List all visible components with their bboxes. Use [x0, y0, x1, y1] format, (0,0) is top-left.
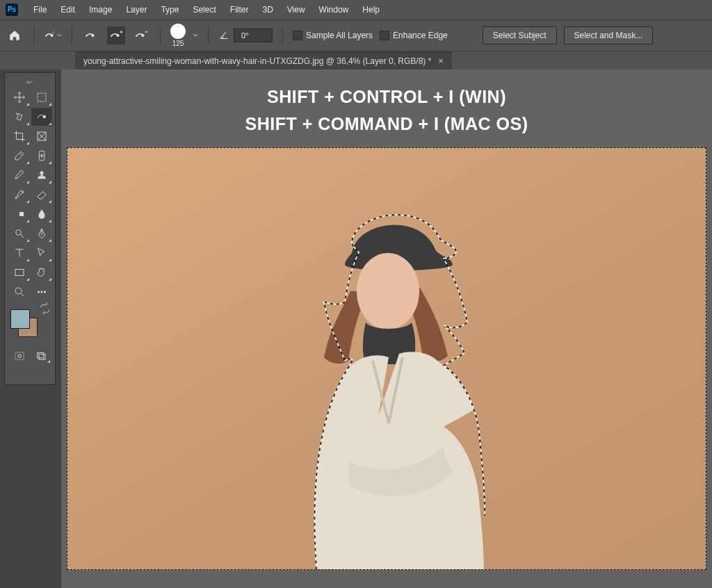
canvas-workspace: SHIFT + CONTROL + I (WIN) SHIFT + COMMAN…: [61, 70, 712, 588]
menu-type[interactable]: Type: [155, 2, 184, 17]
divider: [33, 26, 34, 44]
brush-tool[interactable]: [9, 166, 30, 184]
document-tab-row: young-attractive-smiling-woman-with-wavy…: [0, 51, 712, 70]
menu-filter[interactable]: Filter: [225, 2, 254, 17]
home-button[interactable]: [6, 26, 24, 44]
svg-rect-19: [39, 354, 45, 360]
enhance-edge-checkbox[interactable]: Enhance Edge: [380, 31, 448, 40]
document-tab[interactable]: young-attractive-smiling-woman-with-wavy…: [75, 52, 452, 70]
enhance-edge-label: Enhance Edge: [393, 31, 448, 40]
healing-brush-tool[interactable]: [31, 147, 52, 165]
menu-layer[interactable]: Layer: [120, 2, 152, 17]
brush-size-value: 125: [172, 40, 184, 47]
lasso-tool[interactable]: [9, 108, 30, 126]
canvas-image: [268, 187, 505, 570]
quick-selection-tool[interactable]: [31, 108, 52, 126]
overlay-line-1: SHIFT + CONTROL + I (WIN): [61, 83, 712, 111]
crop-tool[interactable]: [9, 127, 30, 145]
svg-point-2: [116, 34, 119, 37]
checkbox-icon: [293, 31, 302, 40]
close-tab-icon[interactable]: ×: [438, 56, 444, 65]
foreground-color-swatch[interactable]: [10, 309, 30, 329]
main-area: SHIFT + CONTROL + I (WIN) SHIFT + COMMAN…: [0, 70, 712, 588]
shortcut-overlay: SHIFT + CONTROL + I (WIN) SHIFT + COMMAN…: [61, 83, 712, 138]
eraser-tool[interactable]: [31, 186, 52, 204]
menu-file[interactable]: File: [28, 2, 52, 17]
dodge-tool[interactable]: [9, 224, 30, 243]
svg-point-12: [15, 288, 22, 294]
svg-rect-18: [37, 353, 43, 359]
menu-view[interactable]: View: [282, 2, 311, 17]
blur-tool[interactable]: [31, 205, 52, 223]
brush-angle-control[interactable]: 0°: [218, 28, 273, 42]
brush-preset-picker[interactable]: 125: [170, 24, 186, 47]
tool-panel: [4, 72, 56, 385]
type-tool[interactable]: [9, 244, 30, 262]
checkbox-icon: [380, 31, 389, 40]
app-logo: Ps: [6, 3, 18, 16]
marquee-tool[interactable]: [31, 88, 52, 106]
sample-all-layers-checkbox[interactable]: Sample All Layers: [293, 31, 373, 40]
svg-point-17: [17, 354, 21, 358]
gradient-tool[interactable]: [9, 205, 30, 223]
angle-icon: [218, 29, 231, 42]
svg-rect-16: [15, 352, 24, 360]
screen-mode-button[interactable]: [31, 348, 51, 364]
menu-window[interactable]: Window: [314, 2, 355, 17]
svg-rect-4: [38, 93, 46, 101]
svg-point-20: [357, 253, 419, 329]
document-canvas[interactable]: [67, 147, 706, 570]
zoom-tool[interactable]: [9, 283, 30, 301]
quick-mask-mode-button[interactable]: [9, 348, 29, 364]
add-to-selection-button[interactable]: [107, 26, 125, 44]
svg-point-5: [43, 115, 46, 118]
brush-preview-icon: [170, 24, 186, 39]
pen-tool[interactable]: [31, 224, 52, 243]
edit-toolbar-button[interactable]: [31, 283, 52, 301]
menu-help[interactable]: Help: [357, 2, 385, 17]
divider: [208, 26, 209, 44]
overlay-line-2: SHIFT + COMMAND + I (MAC OS): [61, 111, 712, 138]
subtract-from-selection-button[interactable]: [132, 26, 150, 44]
new-selection-button[interactable]: [82, 26, 100, 44]
menu-3d[interactable]: 3D: [257, 2, 278, 17]
select-and-mask-button[interactable]: Select and Mask...: [564, 26, 654, 44]
color-swatches[interactable]: [9, 308, 39, 338]
divider: [72, 26, 72, 44]
svg-point-1: [91, 34, 94, 37]
options-bar: 125 0° Sample All Layers Enhance Edge Se…: [0, 19, 712, 51]
brush-angle-value[interactable]: 0°: [234, 28, 273, 42]
divider: [160, 26, 161, 44]
select-subject-button[interactable]: Select Subject: [483, 26, 557, 44]
menu-bar: Ps File Edit Image Layer Type Select Fil…: [0, 0, 712, 19]
chevron-down-icon[interactable]: [193, 33, 198, 38]
rectangle-tool[interactable]: [9, 263, 30, 281]
document-tab-title: young-attractive-smiling-woman-with-wavy…: [83, 56, 431, 66]
clone-stamp-tool[interactable]: [31, 166, 52, 184]
svg-rect-11: [15, 270, 24, 276]
eyedropper-tool[interactable]: [9, 147, 30, 165]
menu-select[interactable]: Select: [187, 2, 221, 17]
history-brush-tool[interactable]: [9, 186, 30, 204]
svg-point-3: [141, 34, 144, 37]
path-selection-tool[interactable]: [31, 244, 52, 262]
menu-edit[interactable]: Edit: [55, 2, 81, 17]
quick-select-tool-indicator[interactable]: [44, 26, 62, 44]
frame-tool[interactable]: [31, 127, 52, 145]
hand-tool[interactable]: [31, 263, 52, 281]
svg-point-14: [41, 291, 42, 293]
svg-point-0: [51, 34, 54, 37]
divider: [282, 26, 283, 44]
svg-point-10: [16, 230, 22, 236]
svg-point-13: [38, 291, 39, 293]
swap-colors-icon[interactable]: [39, 302, 51, 315]
svg-rect-9: [15, 212, 19, 216]
sample-all-layers-label: Sample All Layers: [306, 31, 373, 40]
menu-image[interactable]: Image: [83, 2, 118, 17]
move-tool[interactable]: [9, 88, 30, 106]
svg-point-15: [44, 291, 45, 293]
panel-expand-handle[interactable]: [9, 77, 51, 85]
